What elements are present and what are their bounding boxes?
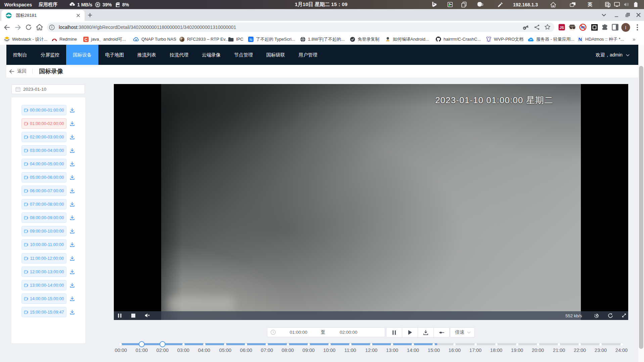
svg-text:I: I [625,25,626,30]
svg-text:C: C [85,37,88,42]
svg-text:知: 知 [249,38,252,41]
svg-text:JS: JS [560,26,564,30]
svg-text:WVP-PRO: WVP-PRO [487,41,491,42]
